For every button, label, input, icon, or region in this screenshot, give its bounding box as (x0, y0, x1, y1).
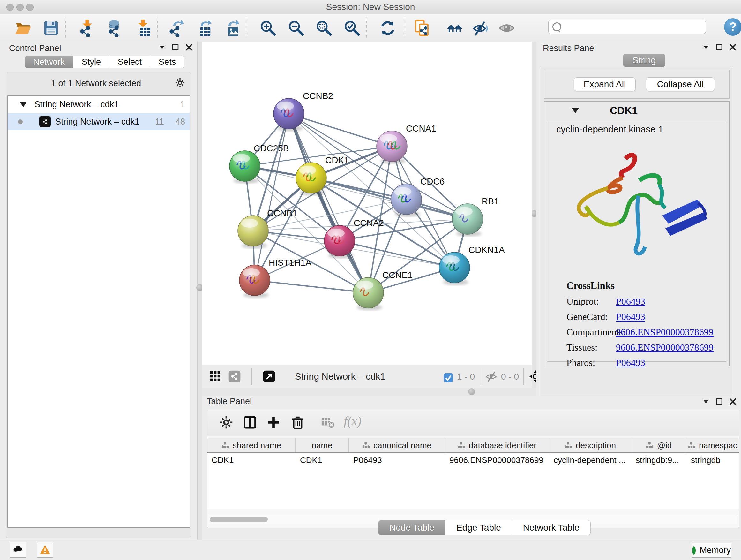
column-tree-icon (687, 441, 696, 449)
tab-edge-table[interactable]: Edge Table (446, 520, 512, 536)
tab-network-table[interactable]: Network Table (512, 520, 591, 536)
export-table-button[interactable] (195, 19, 213, 37)
collapse-all-button[interactable]: Collapse All (646, 77, 715, 91)
crosslink-link[interactable]: 9606.ENSP00000378699 (616, 327, 714, 337)
export-table-icon (195, 19, 212, 37)
edge-CCNB2-CCNA1[interactable] (289, 114, 392, 146)
memory-indicator[interactable]: Memory (691, 543, 731, 558)
selected-nodes-checkbox-icon[interactable] (442, 371, 455, 384)
network-share-icon[interactable] (228, 370, 241, 383)
search-field[interactable] (548, 20, 706, 34)
node-CCNA1[interactable]: CCNA1 (377, 124, 436, 164)
tree-expander-icon[interactable] (20, 102, 27, 107)
node-HIST1H1A[interactable]: HIST1H1A (239, 258, 312, 298)
scrollbar-thumb[interactable] (210, 516, 268, 522)
zoom-in-button[interactable] (259, 19, 277, 37)
open-session-button[interactable] (14, 19, 32, 37)
hidden-eye-icon[interactable] (484, 370, 498, 383)
gene-section-header[interactable]: CDK1 (544, 102, 729, 119)
help-button[interactable]: ? (724, 18, 741, 36)
crosslink-link[interactable]: P06493 (616, 311, 645, 322)
hide-selected-button[interactable] (471, 19, 489, 37)
node-CDKN1A[interactable]: CDKN1A (439, 245, 505, 285)
warning-status-button[interactable] (37, 542, 53, 558)
collapse-panel-icon[interactable] (702, 44, 710, 52)
crosslink-link[interactable]: P06493 (616, 357, 645, 368)
node-label-CCNB1: CCNB1 (267, 208, 297, 218)
column-header-canonical-name[interactable]: canonical name (349, 438, 445, 452)
node-RB1[interactable]: RB1 (452, 196, 499, 237)
column-tree-icon (646, 441, 654, 449)
import-network-from-file-button[interactable] (78, 19, 96, 37)
tab-style[interactable]: Style (73, 56, 110, 68)
birdseye-grid-icon[interactable] (209, 370, 222, 383)
node-CCNB1[interactable]: CCNB1 (238, 208, 297, 248)
node-label-CDK1: CDK1 (325, 155, 349, 165)
table-cell[interactable]: stringdb (686, 453, 738, 467)
cloud-status-button[interactable] (10, 542, 26, 558)
export-network-button[interactable] (167, 19, 186, 37)
table-cell[interactable]: cyclin-dependent ... (549, 453, 631, 467)
float-panel-icon[interactable] (172, 44, 179, 52)
import-network-from-database-button[interactable] (106, 19, 124, 37)
table-cell[interactable]: CDK1 (207, 453, 295, 467)
collapse-panel-icon[interactable] (702, 398, 710, 407)
import-table-button[interactable] (134, 19, 152, 37)
column-header-namespac[interactable]: namespac (686, 438, 738, 452)
column-header--id[interactable]: @id (631, 438, 686, 452)
expand-all-button[interactable]: Expand All (574, 77, 636, 91)
tab-string[interactable]: String (623, 54, 665, 67)
bottom-splitter-handle[interactable] (468, 388, 475, 395)
duplicate-network-button[interactable] (413, 19, 431, 37)
open-in-new-window-icon[interactable] (262, 370, 276, 383)
collapse-caret-icon[interactable] (571, 108, 579, 113)
close-panel-icon[interactable] (729, 398, 737, 407)
add-column-icon[interactable] (265, 414, 282, 431)
crosslink-link[interactable]: 9606.ENSP00000378699 (616, 342, 714, 353)
network-canvas[interactable]: CCNB2 CCNA1 CDC25B CDK1 CDC6 (202, 42, 532, 365)
table-cell[interactable]: CDK1 (295, 453, 349, 467)
network-tree-row[interactable]: String Network – cdk11 (8, 96, 190, 113)
table-header-row: shared namenamecanonical namedatabase id… (207, 438, 739, 453)
column-header-description[interactable]: description (549, 438, 631, 452)
table-settings-gear-icon[interactable] (218, 414, 234, 431)
column-header-name[interactable]: name (295, 438, 349, 452)
node-CCNE1[interactable]: CCNE1 (353, 270, 413, 310)
zoom-fit-button[interactable] (315, 19, 333, 37)
table-cell[interactable]: P06493 (349, 453, 445, 467)
export-image-button[interactable] (222, 19, 241, 37)
network-options-gear-icon[interactable] (175, 77, 185, 89)
column-tree-icon (564, 441, 572, 449)
first-neighbors-button[interactable] (446, 19, 464, 37)
crosslink-link[interactable]: P06493 (616, 296, 645, 307)
close-panel-icon[interactable] (729, 44, 737, 52)
show-hidden-button[interactable] (497, 19, 516, 37)
float-panel-icon[interactable] (716, 398, 723, 407)
zoom-out-icon (287, 19, 305, 37)
tab-select[interactable]: Select (110, 56, 150, 68)
collapse-panel-icon[interactable] (158, 44, 166, 52)
network-view-footer: String Network – cdk1 1 - 0 0 - 0 (202, 365, 532, 388)
table-cell[interactable]: stringdb:9... (631, 453, 686, 467)
zoom-out-button[interactable] (287, 19, 306, 37)
zoom-selected-button[interactable] (343, 19, 361, 37)
save-session-button[interactable] (42, 19, 60, 37)
edge-CCNA2-CDKN1A[interactable] (340, 241, 455, 267)
show-columns-icon[interactable] (242, 414, 258, 431)
tab-network[interactable]: Network (24, 56, 73, 68)
column-tree-icon (221, 441, 229, 449)
edge-HIST1H1A-CCNE1[interactable] (255, 280, 368, 293)
network-tree-row[interactable]: String Network – cdk11148 (8, 113, 190, 130)
tab-sets[interactable]: Sets (150, 56, 185, 68)
column-header-database-identifier[interactable]: database identifier (445, 438, 549, 452)
close-panel-icon[interactable] (185, 44, 193, 52)
search-input[interactable] (564, 22, 705, 32)
tab-node-table[interactable]: Node Table (378, 520, 446, 536)
float-panel-icon[interactable] (716, 44, 723, 52)
delete-column-trash-icon[interactable] (289, 414, 306, 431)
table-cell[interactable]: 9606.ENSP00000378699 (445, 453, 549, 467)
expand-collapse-box: Expand All Collapse All (544, 70, 730, 99)
network-selection-bar: 1 of 1 Network selected (6, 72, 191, 95)
refresh-button[interactable] (379, 19, 397, 37)
column-header-shared-name[interactable]: shared name (207, 438, 295, 452)
